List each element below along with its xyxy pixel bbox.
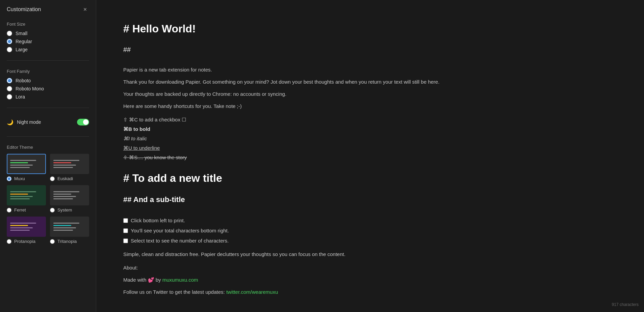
follow-line: Follow us on Twitter to get the latest u… bbox=[123, 288, 617, 296]
night-mode-row: 🌙 Night mode bbox=[7, 116, 89, 128]
check-item-2: You'll see your total characters bottom … bbox=[123, 227, 617, 235]
theme-item-euskadi: Euskadi bbox=[50, 154, 89, 181]
night-mode-left: 🌙 Night mode bbox=[7, 119, 41, 125]
checklist-block: Click bottom left to print. You'll see y… bbox=[123, 217, 617, 245]
para2: Thank you for downloading Papier. Got so… bbox=[123, 78, 617, 86]
theme-line-protanopia-3 bbox=[10, 227, 33, 228]
theme-preview-inner-muxu bbox=[7, 154, 45, 173]
theme-item-tritanopia: Tritanopia bbox=[50, 217, 89, 244]
editor-theme-label: Editor Theme bbox=[7, 145, 89, 150]
main-editor[interactable]: # Hello World! ## Papier is a new tab ex… bbox=[96, 0, 644, 312]
char-count: 917 characters bbox=[612, 302, 639, 308]
theme-preview-inner-ferret bbox=[7, 186, 45, 205]
font-roboto-mono-item[interactable]: Roboto Mono bbox=[7, 86, 89, 91]
para5: Simple, clean and distraction free. Papi… bbox=[123, 250, 617, 258]
theme-line-muxu-4 bbox=[10, 167, 30, 168]
theme-line-muxu-2 bbox=[10, 162, 28, 163]
theme-line-protanopia-1 bbox=[10, 223, 36, 224]
editor-theme-section: Editor Theme Muxu bbox=[7, 145, 89, 252]
theme-radio-muxu[interactable] bbox=[7, 176, 11, 181]
night-mode-toggle[interactable] bbox=[77, 119, 89, 125]
font-size-small-item[interactable]: Small bbox=[7, 31, 89, 36]
font-size-large-radio[interactable] bbox=[7, 47, 12, 52]
theme-radio-system[interactable] bbox=[50, 208, 55, 212]
close-button[interactable]: × bbox=[81, 5, 89, 13]
twitter-link[interactable]: twitter.com/wearemuxu bbox=[226, 289, 278, 295]
font-roboto-mono-radio[interactable] bbox=[7, 86, 12, 91]
theme-preview-tritanopia[interactable] bbox=[50, 217, 89, 237]
theme-label-row-euskadi: Euskadi bbox=[50, 176, 89, 181]
checkbox-1[interactable] bbox=[123, 218, 128, 223]
theme-line-tritanopia-4 bbox=[53, 230, 73, 231]
font-lora-label: Lora bbox=[16, 94, 25, 100]
theme-preview-euskadi[interactable] bbox=[50, 154, 89, 174]
heading1-block: # Hello World! ## bbox=[123, 20, 617, 55]
theme-label-row-system: System bbox=[50, 207, 89, 212]
para1: Papier is a new tab extension for notes. bbox=[123, 66, 617, 74]
theme-label-row-tritanopia: Tritanopia bbox=[50, 239, 89, 244]
theme-line-ferret-3 bbox=[10, 196, 33, 197]
font-size-regular-label: Regular bbox=[16, 39, 32, 44]
shortcut1: ⇧ ⌘C to add a checkbox ☐ bbox=[123, 116, 617, 124]
theme-preview-inner-tritanopia bbox=[51, 217, 88, 236]
check-label-1: Click bottom left to print. bbox=[131, 217, 185, 225]
font-size-large-item[interactable]: Large bbox=[7, 47, 89, 52]
theme-line-ferret-4 bbox=[10, 198, 30, 199]
font-family-label: Font Family bbox=[7, 69, 89, 74]
theme-radio-protanopia[interactable] bbox=[7, 239, 11, 244]
theme-line-muxu-1 bbox=[10, 160, 36, 161]
theme-radio-euskadi[interactable] bbox=[50, 176, 55, 181]
theme-item-system: System bbox=[50, 185, 89, 212]
theme-radio-tritanopia[interactable] bbox=[50, 239, 55, 244]
font-roboto-item[interactable]: Roboto bbox=[7, 78, 89, 83]
font-size-small-radio[interactable] bbox=[7, 31, 12, 36]
theme-label-row-protanopia: Protanopia bbox=[7, 239, 46, 244]
theme-item-ferret: Ferret bbox=[7, 185, 46, 212]
font-roboto-radio[interactable] bbox=[7, 78, 12, 83]
heading1: # Hello World! bbox=[123, 20, 617, 37]
checkbox-2[interactable] bbox=[123, 228, 128, 233]
theme-name-system: System bbox=[57, 207, 72, 212]
theme-line-ferret-1 bbox=[10, 191, 36, 192]
font-size-large-label: Large bbox=[16, 47, 28, 52]
night-mode-section: 🌙 Night mode bbox=[7, 116, 89, 137]
font-family-section: Font Family Roboto Roboto Mono Lora bbox=[7, 69, 89, 108]
theme-line-protanopia-4 bbox=[10, 230, 30, 231]
font-lora-item[interactable]: Lora bbox=[7, 94, 89, 100]
theme-item-protanopia: Protanopia bbox=[7, 217, 46, 244]
shortcut4: ⌘U to underline bbox=[123, 144, 617, 152]
sidebar-header: Customization × bbox=[7, 5, 89, 13]
theme-preview-ferret[interactable] bbox=[7, 185, 46, 205]
theme-item-muxu: Muxu bbox=[7, 154, 46, 181]
font-size-small-label: Small bbox=[16, 31, 27, 36]
font-lora-radio[interactable] bbox=[7, 94, 12, 100]
about-label: About: bbox=[123, 264, 617, 272]
font-size-regular-item[interactable]: Regular bbox=[7, 39, 89, 44]
theme-name-euskadi: Euskadi bbox=[57, 176, 73, 181]
theme-line-euskadi-1 bbox=[53, 160, 79, 161]
heading3: # To add a new title bbox=[123, 170, 617, 187]
font-size-regular-radio[interactable] bbox=[7, 39, 12, 44]
theme-preview-protanopia[interactable] bbox=[7, 217, 46, 237]
font-size-section: Font Size Small Regular Large bbox=[7, 22, 89, 61]
para4: Here are some handy shortcuts for you. T… bbox=[123, 102, 617, 110]
checkbox-3[interactable] bbox=[123, 238, 128, 243]
theme-preview-muxu[interactable] bbox=[7, 154, 46, 174]
theme-line-system-3 bbox=[53, 196, 76, 197]
theme-preview-system[interactable] bbox=[50, 185, 89, 205]
muxumuxu-link[interactable]: muxumuxu.com bbox=[162, 277, 198, 283]
shortcut5: ⇧ ⌘S.... you know the story bbox=[123, 153, 617, 162]
font-roboto-mono-label: Roboto Mono bbox=[16, 86, 44, 91]
shortcuts-block: ⇧ ⌘C to add a checkbox ☐ ⌘B to bold ⌘I t… bbox=[123, 116, 617, 162]
theme-name-protanopia: Protanopia bbox=[14, 239, 35, 244]
heading4: ## And a sub-title bbox=[123, 194, 617, 205]
check-item-1: Click bottom left to print. bbox=[123, 217, 617, 225]
theme-name-ferret: Ferret bbox=[14, 207, 26, 212]
theme-radio-ferret[interactable] bbox=[7, 208, 11, 212]
toggle-slider bbox=[77, 119, 89, 125]
theme-line-euskadi-4 bbox=[53, 167, 73, 168]
theme-preview-inner-system bbox=[51, 186, 88, 205]
theme-line-system-2 bbox=[53, 194, 71, 195]
made-with-line: Made with 💕 by muxumuxu.com bbox=[123, 276, 617, 284]
theme-line-tritanopia-2 bbox=[53, 225, 71, 226]
